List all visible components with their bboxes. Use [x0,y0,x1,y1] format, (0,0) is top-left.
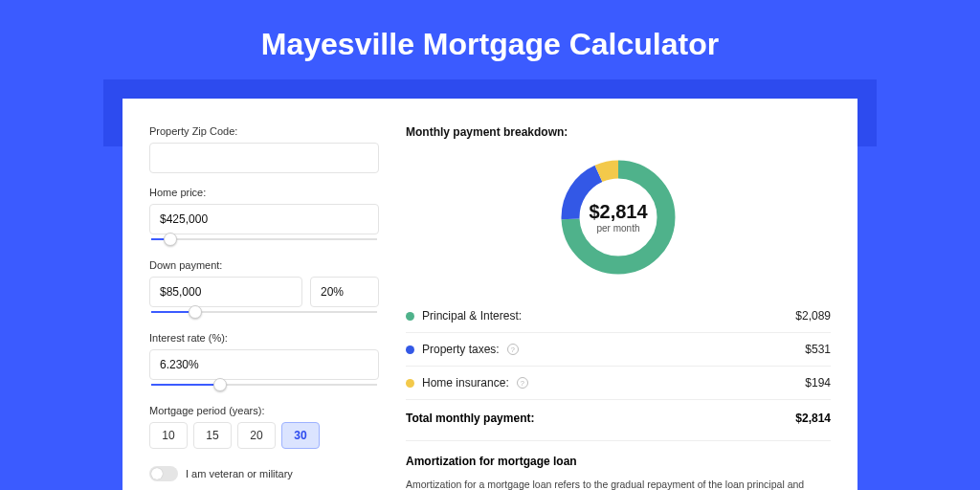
down-amount-input[interactable] [149,277,302,307]
period-option-20[interactable]: 20 [237,422,276,449]
rate-field: Interest rate (%): [149,332,379,391]
legend-value: $194 [805,376,831,390]
total-row: Total monthly payment: $2,814 [406,399,831,440]
veteran-toggle[interactable] [149,466,178,481]
rate-label: Interest rate (%): [149,332,379,344]
period-option-15[interactable]: 15 [193,422,232,449]
legend-row-taxes: Property taxes:?$531 [406,332,831,366]
breakdown-title: Monthly payment breakdown: [406,125,831,139]
donut-chart: $2,814 per month [557,156,679,278]
legend-row-principal: Principal & Interest:$2,089 [406,300,831,332]
legend-label: Principal & Interest: [422,309,522,323]
period-option-30[interactable]: 30 [281,422,320,449]
zip-label: Property Zip Code: [149,125,379,137]
down-percent-input[interactable] [310,277,379,307]
page-title: Mayesville Mortgage Calculator [0,0,980,79]
legend: Principal & Interest:$2,089Property taxe… [406,300,831,399]
price-slider[interactable] [149,233,379,246]
period-field: Mortgage period (years): 10152030 [149,405,379,449]
down-label: Down payment: [149,259,379,271]
inputs-column: Property Zip Code: Home price: Down paym… [149,125,379,490]
down-slider[interactable] [149,305,379,319]
legend-label: Home insurance: [422,376,509,390]
period-option-10[interactable]: 10 [149,422,188,449]
zip-field: Property Zip Code: [149,125,379,173]
price-label: Home price: [149,187,379,198]
amortization-section: Amortization for mortgage loan Amortizat… [406,440,831,490]
rate-slider[interactable] [149,378,379,391]
calculator-card: Property Zip Code: Home price: Down paym… [122,99,858,490]
info-icon[interactable]: ? [517,377,528,389]
veteran-row: I am veteran or military [149,466,379,481]
donut-sublabel: per month [596,223,639,234]
legend-dot-icon [406,345,414,354]
legend-dot-icon [406,379,414,388]
amortization-text: Amortization for a mortgage loan refers … [406,478,831,490]
amortization-title: Amortization for mortgage loan [406,455,831,468]
legend-value: $531 [805,343,831,356]
legend-label: Property taxes: [422,343,500,356]
veteran-label: I am veteran or military [186,468,293,479]
legend-dot-icon [406,312,414,321]
period-label: Mortgage period (years): [149,405,379,416]
price-input[interactable] [149,204,379,234]
zip-input[interactable] [149,143,379,173]
total-value: $2,814 [795,412,831,425]
price-field: Home price: [149,187,379,246]
info-icon[interactable]: ? [507,344,519,355]
donut-chart-wrap: $2,814 per month [406,152,831,296]
legend-row-insurance: Home insurance:?$194 [406,366,831,399]
legend-value: $2,089 [795,309,831,323]
rate-input[interactable] [149,349,379,380]
down-field: Down payment: [149,259,379,319]
total-label: Total monthly payment: [406,412,534,425]
breakdown-column: Monthly payment breakdown: $2,814 per mo… [406,125,831,490]
donut-value: $2,814 [589,201,647,223]
